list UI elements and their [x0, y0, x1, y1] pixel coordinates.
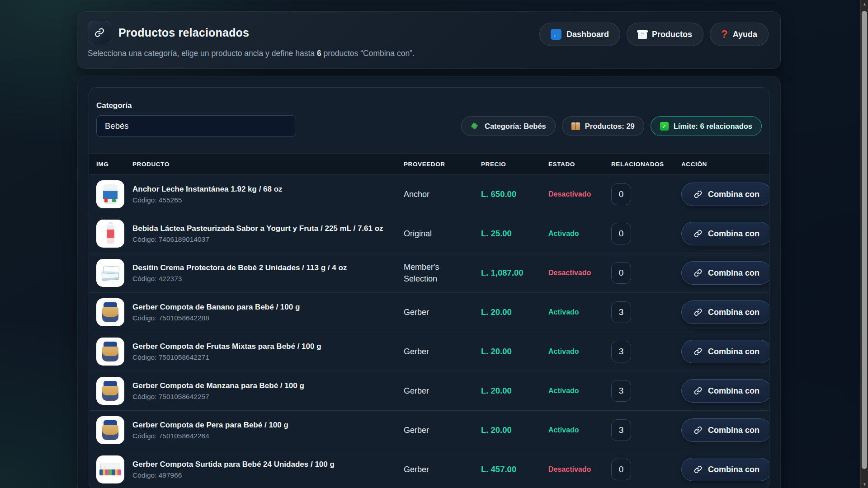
- combina-con-label: Combina con: [708, 347, 760, 357]
- provider: Anchor: [404, 188, 481, 200]
- product-code: Código: 7501058642288: [132, 314, 386, 322]
- product-image: [96, 416, 124, 444]
- arrow-left-icon: [551, 29, 561, 40]
- related-count: 0: [611, 223, 631, 244]
- table-row: Desitin Crema Protectora de Bebé 2 Unida…: [89, 253, 769, 293]
- related-count: 0: [611, 459, 631, 480]
- combina-con-button[interactable]: Combina con: [681, 418, 769, 442]
- combina-con-button[interactable]: Combina con: [681, 183, 769, 206]
- category-badge-label: Categoría: Bebés: [485, 122, 546, 131]
- page-subtitle: Selecciona una categoría, elige un produ…: [88, 49, 415, 58]
- combina-con-label: Combina con: [708, 268, 760, 278]
- price: L. 650.00: [481, 189, 548, 199]
- productos-button[interactable]: Productos: [627, 23, 703, 46]
- price: L. 20.00: [481, 425, 548, 435]
- col-header-relacionados: RELACIONADOS: [611, 161, 681, 168]
- product-name: Gerber Compota de Frutas Mixtas para Beb…: [132, 342, 386, 352]
- link-icon: [693, 229, 703, 238]
- combina-con-button[interactable]: Combina con: [681, 222, 769, 245]
- product-name: Bebida Láctea Pasteurizada Sabor a Yogur…: [132, 224, 386, 234]
- top-nav: Dashboard Productos ? Ayuda: [539, 23, 769, 46]
- product-image: [96, 220, 124, 248]
- price: L. 20.00: [481, 347, 548, 357]
- category-badge: Categoría: Bebés: [461, 116, 556, 136]
- combina-con-label: Combina con: [708, 190, 760, 199]
- status-badge: Activado: [548, 308, 579, 316]
- link-icon: [88, 21, 111, 44]
- scroll-down-button[interactable]: ▼: [861, 480, 868, 488]
- scroll-up-button[interactable]: ▲: [861, 0, 868, 8]
- status-badge: Desactivado: [548, 269, 591, 277]
- col-header-estado: ESTADO: [548, 161, 611, 168]
- related-count: 0: [611, 262, 631, 284]
- product-name: Gerber Compota de Banano para Bebé / 100…: [132, 302, 386, 312]
- related-count: 0: [611, 183, 631, 205]
- app-container: Productos relacionados Selecciona una ca…: [77, 11, 781, 488]
- question-icon: ?: [721, 29, 728, 40]
- provider: Gerber: [404, 424, 481, 436]
- limit-badge-label: Límite: 6 relacionados: [674, 122, 752, 131]
- product-image: [96, 455, 124, 483]
- col-header-proveedor: PROVEEDOR: [404, 161, 481, 168]
- product-name: Gerber Compota de Pera para Bebé / 100 g: [132, 420, 386, 430]
- filters-section: Categoría Bebés Categoría: Bebés Product…: [89, 88, 769, 153]
- product-name: Desitin Crema Protectora de Bebé 2 Unida…: [132, 263, 386, 273]
- related-count: 3: [611, 341, 631, 362]
- combina-con-button[interactable]: Combina con: [681, 300, 769, 324]
- provider: Gerber: [404, 306, 481, 318]
- scrollbar-track[interactable]: ▲ ▼: [860, 0, 868, 488]
- combina-con-button[interactable]: Combina con: [681, 458, 769, 481]
- price: L. 25.00: [481, 229, 548, 239]
- category-select[interactable]: Bebés: [96, 115, 296, 137]
- provider: Gerber: [404, 346, 481, 357]
- status-badge: Activado: [548, 426, 579, 434]
- inner-card: Categoría Bebés Categoría: Bebés Product…: [89, 87, 769, 488]
- combina-con-label: Combina con: [708, 308, 760, 317]
- ayuda-button-label: Ayuda: [733, 30, 757, 39]
- subtitle-bold-count: 6: [317, 49, 321, 58]
- provider: Gerber: [404, 385, 481, 397]
- link-icon: [693, 190, 703, 199]
- box-icon: [638, 33, 647, 39]
- table-row: Gerber Compota Surtida para Bebé 24 Unid…: [89, 450, 769, 488]
- combina-con-button[interactable]: Combina con: [681, 261, 769, 285]
- status-badge: Desactivado: [548, 465, 591, 473]
- link-icon: [693, 426, 703, 435]
- related-count: 3: [611, 419, 631, 441]
- product-name: Anchor Leche Instantánea 1.92 kg / 68 oz: [132, 184, 386, 194]
- category-label: Categoría: [96, 101, 296, 110]
- status-badge: Activado: [548, 230, 579, 237]
- subtitle-text: Selecciona una categoría, elige un produ…: [88, 49, 317, 58]
- page-header: Productos relacionados Selecciona una ca…: [77, 11, 781, 69]
- product-code: Código: 497966: [132, 471, 386, 479]
- package-icon: [571, 122, 580, 130]
- status-badge: Desactivado: [548, 190, 591, 198]
- table-row: Gerber Compota de Banano para Bebé / 100…: [89, 293, 769, 332]
- combina-con-label: Combina con: [708, 465, 760, 474]
- price: L. 20.00: [481, 307, 548, 317]
- product-code: Código: 422373: [132, 275, 386, 283]
- col-header-producto: PRODUCTO: [132, 161, 404, 168]
- col-header-img: IMG: [96, 161, 132, 168]
- scrollbar-thumb[interactable]: [862, 11, 867, 469]
- productos-button-label: Productos: [652, 30, 692, 39]
- link-icon: [693, 347, 703, 356]
- dashboard-button-label: Dashboard: [566, 30, 609, 39]
- product-image: [96, 298, 124, 326]
- dashboard-button[interactable]: Dashboard: [539, 23, 620, 46]
- combina-con-button[interactable]: Combina con: [681, 340, 769, 363]
- status-badge: Activado: [548, 387, 579, 394]
- table-row: Gerber Compota de Pera para Bebé / 100 g…: [89, 411, 769, 450]
- product-name: Gerber Compota Surtida para Bebé 24 Unid…: [132, 460, 386, 469]
- product-code: Código: 7501058642264: [132, 432, 386, 440]
- table-row: Gerber Compota de Frutas Mixtas para Beb…: [89, 332, 769, 371]
- table-body: Anchor Leche Instantánea 1.92 kg / 68 oz…: [89, 175, 769, 488]
- ayuda-button[interactable]: ? Ayuda: [710, 23, 769, 46]
- table-header: IMG PRODUCTO PROVEEDOR PRECIO ESTADO REL…: [89, 153, 769, 175]
- page-title: Productos relacionados: [118, 26, 249, 39]
- combina-con-button[interactable]: Combina con: [681, 379, 769, 403]
- check-icon: [660, 122, 669, 131]
- product-code: Código: 7406189014037: [132, 235, 386, 244]
- product-image: [96, 338, 124, 366]
- provider: Original: [404, 228, 481, 239]
